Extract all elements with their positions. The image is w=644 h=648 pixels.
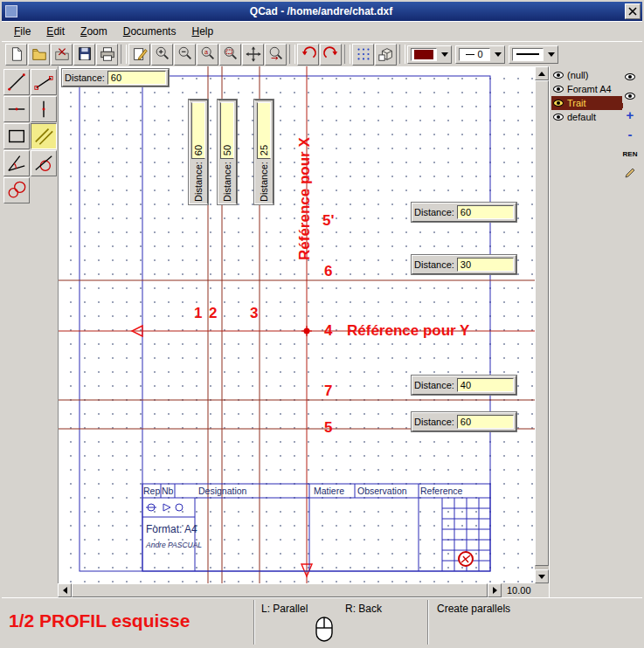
statusbar-action-section: Create parallels <box>430 598 642 646</box>
annotation-3: 3 <box>250 305 258 321</box>
menu-zoom[interactable]: Zoom <box>73 23 114 40</box>
undo-button[interactable] <box>297 44 319 65</box>
titlebar[interactable]: QCad - /home/andre/chat.dxf <box>2 2 642 21</box>
distance-input[interactable]: 60 <box>191 102 205 159</box>
remove-layer-button[interactable]: - <box>622 128 638 141</box>
show-all-layers-button[interactable] <box>622 70 638 84</box>
vertical-scrollbar[interactable] <box>535 66 549 583</box>
color-select[interactable] <box>407 45 452 64</box>
distance-input[interactable]: 25 <box>257 102 271 159</box>
library-browser-button[interactable] <box>375 44 397 65</box>
horizontal-line-icon <box>6 99 27 120</box>
horizontal-scrollbar[interactable] <box>58 583 502 597</box>
redraw-icon <box>131 45 149 63</box>
rename-layer-button[interactable]: REN <box>622 147 638 161</box>
tool-line-button[interactable] <box>3 69 30 95</box>
distance-input[interactable]: 40 <box>457 378 514 392</box>
print-button[interactable] <box>96 44 118 65</box>
app-icon[interactable] <box>5 5 17 17</box>
layer-visibility-eye-icon[interactable] <box>553 86 564 93</box>
annotation-7: 7 <box>324 383 332 399</box>
right-mouse-hint: R: Back <box>345 603 382 615</box>
menu-file[interactable]: File <box>7 23 38 40</box>
close-button[interactable] <box>625 3 641 19</box>
scroll-right-button[interactable] <box>488 583 502 597</box>
tool-vertical-line-button[interactable] <box>31 96 57 122</box>
titleblock-format: Format: A4 <box>146 523 197 535</box>
layer-visibility-eye-icon[interactable] <box>553 100 564 107</box>
distance-input[interactable]: 60 <box>457 205 514 219</box>
distance-label: Distance: <box>414 417 454 427</box>
zoom-window-icon <box>222 45 239 63</box>
line-width-select[interactable]: 0 <box>455 45 505 64</box>
zoom-auto-button[interactable]: a <box>197 44 218 65</box>
color-dropdown-arrow[interactable] <box>439 47 451 62</box>
width-dropdown-arrow[interactable] <box>492 47 504 62</box>
vertical-scroll-thumb[interactable] <box>535 80 549 566</box>
save-button[interactable] <box>73 44 95 65</box>
print-icon <box>99 45 116 63</box>
grid-toggle-button[interactable] <box>352 44 374 65</box>
tool-rectangle-button[interactable] <box>3 123 30 149</box>
open-button[interactable] <box>28 44 50 65</box>
tool-line-2points-button[interactable] <box>31 69 57 95</box>
zoom-pan-button[interactable] <box>242 44 264 65</box>
zoom-previous-button[interactable] <box>265 44 287 65</box>
linetype-dropdown-arrow[interactable] <box>545 47 557 62</box>
new-button[interactable] <box>5 44 27 65</box>
add-layer-button[interactable]: + <box>622 108 638 122</box>
undo-icon <box>300 45 317 63</box>
annotation-5prime: 5' <box>322 212 335 229</box>
menu-help[interactable]: Help <box>184 23 220 40</box>
scroll-left-button[interactable] <box>58 583 72 597</box>
distance-input[interactable]: 60 <box>107 71 166 85</box>
statusbar-caption-section: 1/2 PROFIL esquisse <box>2 598 253 646</box>
layer-row-null[interactable]: (null) <box>551 68 623 82</box>
line-type-select[interactable] <box>509 45 558 64</box>
edit-layer-button[interactable] <box>622 166 638 180</box>
layer-row-default[interactable]: default <box>551 110 623 124</box>
zoom-out-button[interactable] <box>174 44 196 65</box>
tool-parallel-button[interactable] <box>31 123 57 149</box>
origin-cross <box>301 326 312 336</box>
bottom-scroll-row: 10.00 <box>58 583 549 597</box>
distance-widget-vertical-25: Distance: 25 <box>254 100 274 204</box>
titleblock-header-designation: Designation <box>198 486 247 496</box>
distance-input[interactable]: 50 <box>220 102 234 159</box>
tool-horizontal-line-button[interactable] <box>3 96 30 122</box>
distance-widget-60-b: Distance: 60 <box>412 412 516 431</box>
menu-edit[interactable]: Edit <box>39 23 72 40</box>
scroll-down-button[interactable] <box>535 569 549 583</box>
layer-visibility-eye-icon[interactable] <box>553 114 564 121</box>
menubar: File Edit Zoom Documents Help <box>2 21 642 41</box>
svg-text:a: a <box>204 48 208 56</box>
close-file-button[interactable] <box>51 44 73 65</box>
layer-visibility-eye-icon[interactable] <box>553 72 564 79</box>
vertical-line-icon <box>33 99 54 120</box>
zoom-window-button[interactable] <box>219 44 241 65</box>
save-floppy-icon <box>76 45 93 63</box>
hide-all-layers-button[interactable] <box>622 89 638 103</box>
redo-icon <box>322 45 340 63</box>
statusbar: 1/2 PROFIL esquisse L: Parallel R: Back … <box>2 597 642 646</box>
drawing-canvas[interactable]: Rep Nb Designation Matiere Observation R… <box>58 66 535 583</box>
scroll-up-button[interactable] <box>535 66 549 80</box>
annotation-4: 4 <box>324 322 333 339</box>
zoom-auto-icon: a <box>199 45 217 63</box>
redraw-button[interactable] <box>128 44 150 65</box>
rectangle-icon <box>6 126 27 147</box>
qcad-window: QCad - /home/andre/chat.dxf File Edit Zo… <box>0 0 644 648</box>
distance-input[interactable]: 30 <box>457 258 514 272</box>
redo-button[interactable] <box>320 44 342 65</box>
distance-input[interactable]: 60 <box>457 415 514 429</box>
tangent-circle-icon <box>33 153 54 174</box>
tool-tangent-button[interactable] <box>31 150 57 176</box>
horizontal-scroll-thumb[interactable] <box>72 583 488 597</box>
menu-documents[interactable]: Documents <box>116 23 184 40</box>
toolbar-separator <box>344 45 350 64</box>
zoom-in-button[interactable] <box>151 44 173 65</box>
tool-circles-button[interactable] <box>3 177 30 203</box>
tool-bisector-button[interactable] <box>3 150 30 176</box>
layer-row-trait[interactable]: Trait <box>551 96 623 110</box>
layer-row-format-a4[interactable]: Foramt A4 <box>551 82 623 96</box>
